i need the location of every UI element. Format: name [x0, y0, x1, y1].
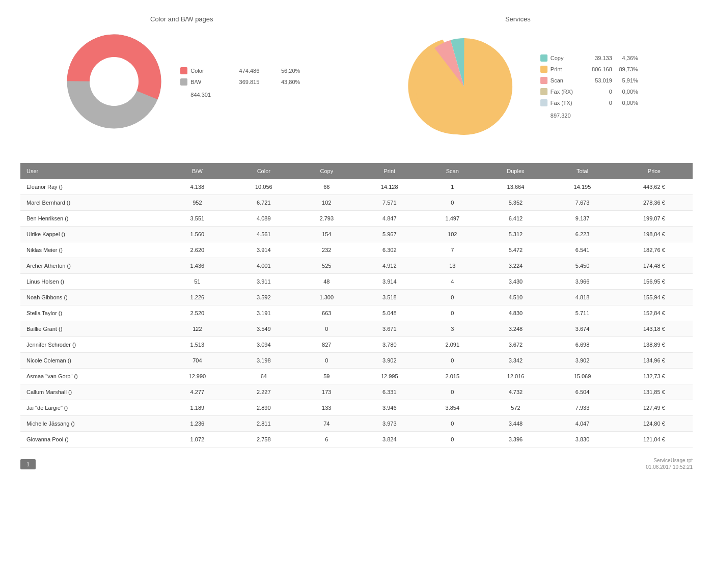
- cell-user: Ben Henriksen (): [20, 211, 164, 227]
- cell-value: 122: [164, 321, 230, 337]
- cell-user: Archer Atherton (): [20, 258, 164, 274]
- cell-value: 3.094: [231, 337, 297, 353]
- cell-value: 7: [423, 242, 482, 258]
- cell-user: Eleanor Ray (): [20, 179, 164, 195]
- cell-value: 7.571: [356, 195, 423, 211]
- cell-value: 174,48 €: [616, 258, 693, 274]
- cell-value: 121,04 €: [616, 432, 693, 447]
- cell-value: 10.056: [231, 179, 297, 195]
- cell-user: Nicole Coleman (): [20, 353, 164, 369]
- cell-value: 173: [297, 384, 356, 400]
- cell-value: 2.091: [423, 337, 482, 353]
- cell-value: 13.664: [482, 179, 550, 195]
- table-row: Linus Holsen ()513.911483.91443.4303.966…: [20, 274, 693, 290]
- cell-value: 4.510: [482, 290, 550, 305]
- cell-value: 3.396: [482, 432, 550, 447]
- cell-value: 3.518: [356, 290, 423, 305]
- cell-value: 143,18 €: [616, 321, 693, 337]
- cell-value: 2.620: [164, 242, 230, 258]
- cell-value: 4.818: [549, 290, 615, 305]
- color-pct: 56,20%: [275, 68, 300, 74]
- bw-pct: 43,80%: [275, 79, 300, 85]
- cell-value: 7.933: [549, 400, 615, 416]
- cell-value: 2.520: [164, 305, 230, 321]
- cell-value: 74: [297, 416, 356, 432]
- col-user: User: [20, 163, 164, 179]
- cell-value: 14.128: [356, 179, 423, 195]
- col-duplex: Duplex: [482, 163, 550, 179]
- col-print: Print: [356, 163, 423, 179]
- faxtx-pct: 0,00%: [615, 100, 638, 106]
- cell-value: 4.277: [164, 384, 230, 400]
- cell-value: 6.698: [549, 337, 615, 353]
- cell-value: 6.721: [231, 195, 297, 211]
- cell-value: 9.137: [549, 211, 615, 227]
- table-row: Archer Atherton ()1.4364.0015254.912133.…: [20, 258, 693, 274]
- cell-value: 4.089: [231, 211, 297, 227]
- cell-value: 12.990: [164, 369, 230, 384]
- cell-value: 5.711: [549, 305, 615, 321]
- cell-value: 827: [297, 337, 356, 353]
- services-total: 897.320: [540, 113, 638, 119]
- color-value: 474.486: [226, 68, 259, 74]
- right-chart-content: Copy 39.133 4,36% Print 806.168 89,73% S…: [398, 31, 638, 143]
- print-swatch: [540, 66, 547, 73]
- cell-value: 3.946: [356, 400, 423, 416]
- cell-user: Noah Gibbons (): [20, 290, 164, 305]
- cell-value: 12.995: [356, 369, 423, 384]
- cell-value: 152,84 €: [616, 305, 693, 321]
- legend-row-color: Color 474.486 56,20%: [180, 67, 300, 74]
- cell-value: 3.448: [482, 416, 550, 432]
- pie-chart: [398, 31, 530, 143]
- footer-timestamp: 01.06.2017 10:52:21: [646, 464, 693, 470]
- faxrx-value: 0: [582, 89, 612, 95]
- cell-value: 0: [297, 321, 356, 337]
- table-row: Jai "de Largie" ()1.1892.8901333.9463.85…: [20, 400, 693, 416]
- cell-user: Asmaa "van Gorp" (): [20, 369, 164, 384]
- cell-value: 5.048: [356, 305, 423, 321]
- cell-value: 4.847: [356, 211, 423, 227]
- cell-value: 64: [231, 369, 297, 384]
- table-row: Michelle Jässang ()1.2362.811743.97303.4…: [20, 416, 693, 432]
- cell-value: 2.015: [423, 369, 482, 384]
- table-row: Niklas Meier ()2.6203.9142326.30275.4726…: [20, 242, 693, 258]
- cell-user: Ulrike Kappel (): [20, 227, 164, 242]
- cell-value: 1.072: [164, 432, 230, 447]
- svg-point-2: [90, 57, 139, 106]
- cell-value: 525: [297, 258, 356, 274]
- cell-value: 4.830: [482, 305, 550, 321]
- color-swatch: [180, 67, 187, 74]
- cell-value: 4.732: [482, 384, 550, 400]
- scan-pct: 5,91%: [615, 77, 638, 83]
- cell-value: 6.331: [356, 384, 423, 400]
- cell-value: 1.300: [297, 290, 356, 305]
- bw-value: 369.815: [226, 79, 259, 85]
- svc-copy-row: Copy 39.133 4,36%: [540, 54, 638, 62]
- cell-value: 3.674: [549, 321, 615, 337]
- cell-value: 5.312: [482, 227, 550, 242]
- cell-value: 15.069: [549, 369, 615, 384]
- cell-value: 2.758: [231, 432, 297, 447]
- cell-value: 4: [423, 274, 482, 290]
- charts-section: Color and B/W pages Col: [20, 15, 693, 143]
- cell-value: 2.890: [231, 400, 297, 416]
- footer-meta: ServiceUsage.rpt 01.06.2017 10:52:21: [646, 458, 693, 471]
- color-label: Color: [190, 68, 206, 74]
- cell-value: 102: [423, 227, 482, 242]
- cell-value: 0: [423, 195, 482, 211]
- cell-value: 5.967: [356, 227, 423, 242]
- cell-value: 704: [164, 353, 230, 369]
- col-scan: Scan: [423, 163, 482, 179]
- cell-value: 102: [297, 195, 356, 211]
- cell-value: 12.016: [482, 369, 550, 384]
- cell-value: 6.223: [549, 227, 615, 242]
- scan-swatch: [540, 77, 547, 84]
- cell-value: 13: [423, 258, 482, 274]
- copy-label: Copy: [551, 55, 579, 61]
- cell-value: 132,73 €: [616, 369, 693, 384]
- copy-pct: 4,36%: [615, 55, 638, 61]
- cell-value: 5.472: [482, 242, 550, 258]
- cell-value: 3.551: [164, 211, 230, 227]
- bw-swatch: [180, 78, 187, 86]
- cell-value: 3.914: [356, 274, 423, 290]
